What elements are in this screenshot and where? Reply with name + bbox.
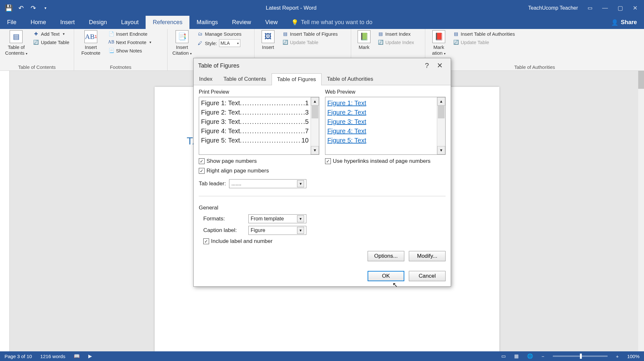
scroll-down-icon[interactable]: ▼	[437, 146, 445, 154]
cancel-button[interactable]: Cancel	[409, 271, 446, 281]
mark-citation-button[interactable]: 📕 Markation ▾	[428, 30, 449, 57]
next-footnote-button[interactable]: ABNext Footnote▾	[107, 39, 153, 46]
tell-me-search[interactable]: 💡 Tell me what you want to do	[291, 16, 372, 29]
dialog-title-bar[interactable]: Table of Figures ? ✕	[194, 58, 451, 73]
zoom-in-icon[interactable]: +	[616, 354, 619, 359]
preview-thumb[interactable]	[438, 106, 445, 118]
zoom-out-icon[interactable]: −	[542, 354, 544, 359]
undo-icon[interactable]: ↶	[17, 4, 25, 12]
toa-icon: ▤	[453, 31, 459, 37]
dialog-tab-index[interactable]: Index	[194, 73, 218, 85]
print-preview-line: Figure 5: Text..........................…	[201, 136, 309, 145]
web-preview-line: Figure 5: Text	[327, 136, 435, 145]
tab-mailings[interactable]: Mailings	[189, 16, 225, 29]
manage-sources-label: Manage Sources	[205, 31, 241, 37]
tab-references[interactable]: References	[146, 16, 189, 29]
tab-layout[interactable]: Layout	[114, 16, 146, 29]
tab-leader-combo[interactable]: .......▼	[229, 179, 306, 188]
macro-icon[interactable]: ▶	[88, 353, 92, 359]
update-toc-button[interactable]: 🔄Update Table	[32, 39, 71, 46]
checkbox-icon[interactable]	[325, 158, 331, 164]
tab-view[interactable]: View	[258, 16, 285, 29]
dialog-tab-toa[interactable]: Table of Authorities	[322, 73, 379, 85]
chevron-down-icon: ▼	[297, 215, 304, 222]
include-label-checkbox[interactable]: Include label and number	[203, 238, 446, 245]
checkbox-icon[interactable]	[203, 238, 209, 244]
modify-button[interactable]: Modify...	[409, 251, 446, 261]
print-preview-label: Print Preview	[199, 89, 319, 95]
update-tof-button[interactable]: 🔄Update Table	[281, 39, 339, 46]
dialog-tab-tof[interactable]: Table of Figures	[272, 73, 322, 85]
tab-insert[interactable]: Insert	[53, 16, 82, 29]
insert-citation-button[interactable]: 📑 InsertCitation ▾	[171, 30, 193, 57]
share-user-icon: 👤	[611, 19, 618, 26]
web-preview-scrollbar[interactable]: ▲ ▼	[437, 97, 445, 154]
dialog-help-icon[interactable]: ?	[420, 61, 433, 70]
read-mode-icon[interactable]: ▭	[501, 353, 506, 359]
update-index-button[interactable]: 🔄Update Index	[376, 39, 415, 46]
formats-label: Formats:	[203, 216, 245, 222]
update-index-label: Update Index	[385, 40, 414, 45]
preview-thumb[interactable]	[312, 106, 318, 118]
ok-button[interactable]: OK	[368, 271, 404, 281]
dialog-close-icon[interactable]: ✕	[433, 61, 446, 70]
zoom-level[interactable]: 100%	[627, 354, 639, 359]
print-preview-line: Figure 4: Text..........................…	[201, 126, 309, 136]
scroll-down-icon[interactable]: ▼	[311, 146, 319, 154]
redo-icon[interactable]: ↷	[29, 4, 37, 12]
add-text-button[interactable]: ✚Add Text▾	[32, 30, 71, 37]
use-hyperlinks-label: Use hyperlinks instead of page numbers	[333, 158, 430, 164]
scroll-up-icon[interactable]: ▲	[437, 97, 445, 106]
table-of-contents-button[interactable]: ▤ Table ofContents ▾	[3, 30, 29, 57]
checkbox-icon[interactable]	[199, 158, 205, 164]
web-preview-line: Figure 1: Text	[327, 98, 435, 108]
caption-label-combo[interactable]: Figure▼	[248, 226, 306, 235]
insert-table-of-figures-button[interactable]: ▤Insert Table of Figures	[281, 30, 339, 37]
insert-caption-button[interactable]: 🖼 Insert	[258, 30, 278, 50]
web-preview-line: Figure 3: Text	[327, 117, 435, 126]
web-preview-label: Web Preview	[325, 89, 446, 95]
tab-review[interactable]: Review	[225, 16, 258, 29]
qat-customize-icon[interactable]: ▾	[41, 4, 50, 12]
ribbon-display-icon[interactable]: ▭	[588, 5, 592, 11]
minimize-icon[interactable]: —	[602, 5, 608, 12]
insert-index-button[interactable]: ▤Insert Index	[376, 30, 415, 37]
close-icon[interactable]: ✕	[633, 5, 638, 12]
dialog-tab-toc[interactable]: Table of Contents	[218, 73, 272, 85]
tab-home[interactable]: Home	[24, 16, 53, 29]
vertical-ruler[interactable]	[0, 71, 10, 351]
status-words[interactable]: 1216 words	[40, 354, 65, 359]
zoom-thumb[interactable]	[580, 354, 582, 359]
print-layout-icon[interactable]: ▦	[514, 353, 519, 359]
use-hyperlinks-checkbox[interactable]: Use hyperlinks instead of page numbers	[325, 158, 446, 164]
status-page[interactable]: Page 3 of 10	[5, 354, 32, 359]
print-preview-scrollbar[interactable]: ▲ ▼	[311, 97, 319, 154]
scroll-up-icon[interactable]: ▲	[311, 97, 319, 106]
insert-footnote-button[interactable]: AB1 InsertFootnote	[77, 30, 104, 56]
insert-toa-button[interactable]: ▤Insert Table of Authorities	[452, 30, 516, 37]
checkbox-icon[interactable]	[199, 168, 205, 174]
insert-caption-label: Insert	[262, 44, 274, 50]
right-align-checkbox[interactable]: Right align page numbers	[199, 168, 319, 174]
share-button[interactable]: 👤 Share	[604, 16, 644, 29]
manage-sources-button[interactable]: 🗂Manage Sources	[196, 30, 243, 37]
web-layout-icon[interactable]: 🌐	[527, 353, 533, 359]
caption-label-value: Figure	[251, 227, 265, 233]
options-button[interactable]: Options...	[368, 251, 404, 261]
spelling-icon[interactable]: 📖	[74, 353, 80, 359]
tab-design[interactable]: Design	[82, 16, 114, 29]
insert-endnote-button[interactable]: 📄Insert Endnote	[107, 30, 153, 37]
formats-combo[interactable]: From template▼	[248, 214, 306, 223]
maximize-icon[interactable]: ▢	[618, 5, 623, 12]
zoom-slider[interactable]	[553, 356, 608, 357]
show-page-numbers-checkbox[interactable]: Show page numbers	[199, 158, 319, 164]
scroll-thumb[interactable]	[638, 71, 644, 89]
save-icon[interactable]: 💾	[5, 4, 13, 12]
vertical-scrollbar[interactable]	[638, 71, 644, 351]
update-toa-button[interactable]: 🔄Update Table	[452, 39, 516, 46]
tab-file[interactable]: File	[0, 16, 24, 29]
show-notes-button[interactable]: 📃Show Notes	[107, 47, 153, 54]
mark-entry-button[interactable]: 📗 Mark	[354, 30, 374, 50]
style-combo[interactable]: MLA▾	[219, 39, 240, 47]
include-label-text: Include label and number	[211, 238, 273, 245]
